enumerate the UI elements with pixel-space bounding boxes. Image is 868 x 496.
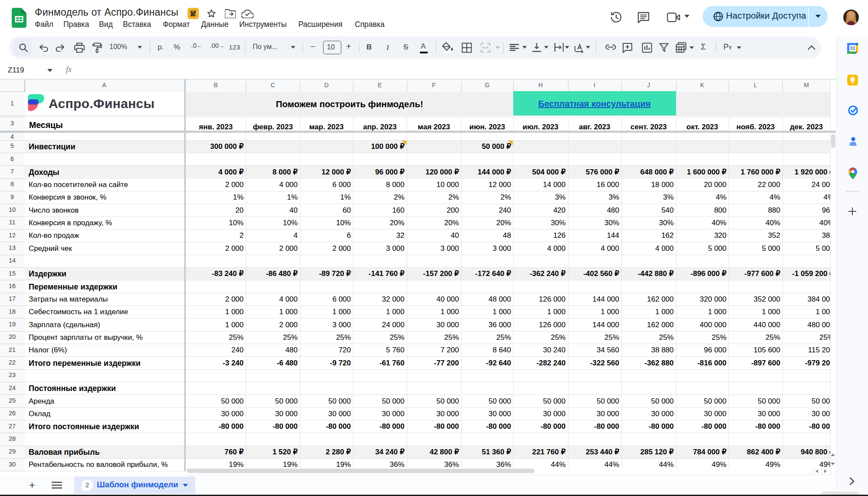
svg-text:31: 31 <box>850 46 855 51</box>
